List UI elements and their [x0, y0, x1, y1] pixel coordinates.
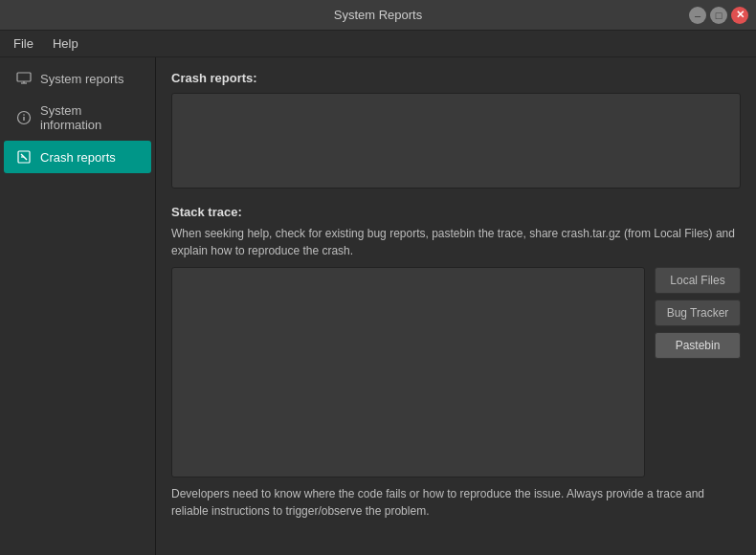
sidebar-item-crash-reports-label: Crash reports	[40, 150, 116, 165]
menubar: File Help	[0, 31, 756, 57]
stack-trace-label: Stack trace:	[171, 205, 741, 219]
app-layout: System reports System information Cr	[0, 57, 756, 555]
minimize-button[interactable]: –	[689, 7, 706, 24]
action-buttons: Local Files Bug Tracker Pastebin	[655, 267, 741, 359]
stack-trace-description: When seeking help, check for existing bu…	[171, 225, 741, 259]
sidebar-item-system-information[interactable]: System information	[4, 96, 151, 140]
pastebin-button[interactable]: Pastebin	[655, 332, 741, 359]
sidebar-item-system-reports[interactable]: System reports	[4, 62, 151, 95]
titlebar: System Reports – □ ✕	[0, 0, 756, 31]
local-files-button[interactable]: Local Files	[655, 267, 741, 294]
crash-reports-label: Crash reports:	[171, 71, 741, 85]
sidebar-item-crash-reports[interactable]: Crash reports	[4, 141, 151, 173]
window-title: System Reports	[334, 8, 422, 22]
info-icon	[15, 109, 33, 126]
crash-reports-textarea[interactable]	[171, 93, 741, 189]
sidebar-item-system-information-label: System information	[40, 103, 140, 132]
menu-file[interactable]: File	[4, 33, 43, 55]
stack-trace-area: Local Files Bug Tracker Pastebin	[171, 267, 741, 477]
maximize-button[interactable]: □	[710, 7, 727, 24]
bug-tracker-button[interactable]: Bug Tracker	[655, 300, 741, 326]
stack-trace-textarea[interactable]	[171, 267, 645, 477]
monitor-icon	[15, 70, 33, 87]
crash-icon	[15, 148, 33, 166]
svg-rect-0	[17, 73, 31, 81]
main-content: Crash reports: Stack trace: When seeking…	[156, 57, 756, 555]
footer-desc-text: Developers need to know where the code f…	[171, 487, 704, 518]
window-controls: – □ ✕	[689, 7, 748, 24]
sidebar-item-system-reports-label: System reports	[40, 72, 123, 86]
footer-description: Developers need to know where the code f…	[171, 485, 741, 520]
close-button[interactable]: ✕	[731, 7, 748, 24]
stack-trace-desc-text: When seeking help, check for existing bu…	[171, 227, 735, 257]
svg-point-5	[23, 114, 25, 116]
sidebar: System reports System information Cr	[0, 57, 156, 555]
menu-help[interactable]: Help	[43, 33, 88, 55]
